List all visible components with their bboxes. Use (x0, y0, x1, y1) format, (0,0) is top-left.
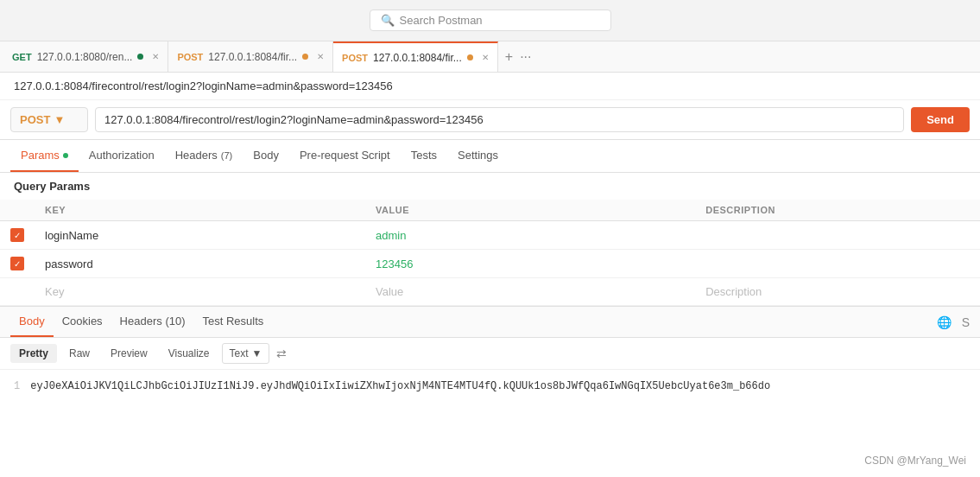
format-preview[interactable]: Preview (102, 344, 156, 363)
table-row-empty: Key Value Description (0, 278, 980, 306)
req-tab-prerequest-label: Pre-request Script (300, 149, 390, 162)
param-checkbox-1[interactable]: ✓ (10, 228, 24, 242)
tab-method-2: POST (177, 52, 203, 62)
format-type-chevron: ▼ (252, 347, 262, 359)
tab-close-2[interactable]: ✕ (317, 52, 324, 61)
query-params-section: Query Params KEY VALUE DESCRIPTION ✓ log… (0, 173, 980, 306)
wrap-icon[interactable]: ⇄ (276, 347, 287, 360)
param-value-1[interactable]: admin (365, 221, 695, 250)
response-content-1: eyJ0eXAiOiJKV1QiLCJhbGciOiJIUzI1NiJ9.eyJ… (30, 380, 770, 392)
tab-bar: GET 127.0.0.1:8080/ren... ✕ POST 127.0.0… (0, 41, 980, 73)
req-tabs: Params Authorization Headers (7) Body Pr… (0, 140, 980, 173)
breadcrumb: 127.0.0.1:8084/firecontrol/rest/login2?l… (0, 73, 980, 100)
send-button[interactable]: Send (911, 107, 970, 132)
add-tab-button[interactable]: + (505, 49, 513, 65)
tab-method-1: GET (12, 52, 32, 62)
key-placeholder: Key (45, 285, 64, 298)
format-raw[interactable]: Raw (60, 344, 98, 363)
param-key-2[interactable]: password (35, 250, 365, 278)
req-tab-params[interactable]: Params (10, 140, 79, 172)
param-desc-1[interactable] (695, 221, 980, 250)
req-tab-prerequest[interactable]: Pre-request Script (289, 140, 401, 172)
col-description: DESCRIPTION (695, 200, 980, 221)
param-checkbox-2[interactable]: ✓ (10, 257, 24, 270)
req-tab-headers[interactable]: Headers (7) (165, 140, 243, 172)
res-tab-headers-label: Headers (120, 315, 162, 328)
empty-desc[interactable]: Description (695, 278, 980, 306)
table-row: ✓ loginName admin (0, 221, 980, 250)
tab-post-2[interactable]: POST 127.0.0.1:8084/fir... ✕ (168, 41, 333, 72)
tab-dot-3 (467, 54, 473, 60)
query-params-header: Query Params (0, 173, 980, 200)
request-bar: POST ▼ Send (0, 100, 980, 140)
url-input[interactable] (95, 107, 904, 132)
method-label: POST (20, 113, 50, 126)
tab-close-3[interactable]: ✕ (482, 53, 489, 62)
res-tabs: Body Cookies Headers (10) Test Results 🌐… (0, 307, 980, 338)
tab-url-2: 127.0.0.1:8084/fir... (208, 51, 297, 63)
tab-method-3: POST (342, 53, 368, 63)
empty-value[interactable]: Value (365, 278, 695, 306)
param-key-1[interactable]: loginName (35, 221, 365, 250)
tab-close-1[interactable]: ✕ (152, 52, 159, 61)
search-placeholder: Search Postman (400, 14, 483, 27)
req-tab-settings-label: Settings (458, 149, 498, 162)
search-box[interactable]: 🔍 Search Postman (370, 10, 611, 31)
tab-url-1: 127.0.0.1:8080/ren... (37, 51, 133, 63)
res-tab-headers-badge: (10) (165, 315, 185, 328)
req-tab-headers-label: Headers (175, 149, 218, 162)
method-select[interactable]: POST ▼ (10, 107, 88, 132)
format-visualize[interactable]: Visualize (160, 344, 218, 363)
line-number-1: 1 (14, 380, 20, 392)
format-type-label: Text (230, 347, 249, 359)
res-action-icon: S (962, 315, 970, 329)
req-tab-auth-label: Authorization (89, 149, 155, 162)
req-tab-headers-badge: (7) (221, 150, 232, 161)
empty-key[interactable]: Key (35, 278, 365, 306)
res-right-actions: 🌐 S (937, 315, 970, 329)
col-value: VALUE (365, 200, 695, 221)
res-tab-test-results[interactable]: Test Results (194, 307, 273, 337)
format-type-select[interactable]: Text ▼ (222, 343, 270, 364)
tab-dot-1 (137, 54, 143, 60)
response-section: Body Cookies Headers (10) Test Results 🌐… (0, 306, 980, 404)
tab-get-1[interactable]: GET 127.0.0.1:8080/ren... ✕ (3, 41, 168, 72)
query-params-label: Query Params (14, 180, 90, 193)
req-tab-settings[interactable]: Settings (447, 140, 509, 172)
tab-post-3[interactable]: POST 127.0.0.1:8084/fir... ✕ (333, 41, 498, 72)
tab-dot-2 (302, 54, 308, 60)
res-tab-cookies-label: Cookies (62, 315, 103, 328)
res-tab-body-label: Body (19, 315, 45, 328)
param-value-2[interactable]: 123456 (365, 250, 695, 278)
format-pretty[interactable]: Pretty (10, 344, 57, 363)
tab-actions: + ··· (498, 49, 539, 65)
param-desc-2[interactable] (695, 250, 980, 278)
table-row: ✓ password 123456 (0, 250, 980, 278)
top-bar: 🔍 Search Postman (0, 0, 980, 41)
response-body: 1eyJ0eXAiOiJKV1QiLCJhbGciOiJIUzI1NiJ9.ey… (0, 370, 980, 404)
req-tab-params-label: Params (21, 149, 60, 162)
more-tabs-button[interactable]: ··· (520, 49, 531, 65)
req-tab-body[interactable]: Body (243, 140, 289, 172)
req-tab-body-label: Body (253, 149, 279, 162)
tab-url-3: 127.0.0.1:8084/fir... (373, 52, 462, 64)
value-placeholder: Value (376, 285, 403, 298)
res-tab-headers[interactable]: Headers (10) (111, 307, 194, 337)
res-tab-cookies[interactable]: Cookies (54, 307, 111, 337)
method-chevron: ▼ (54, 113, 65, 126)
search-icon: 🔍 (381, 14, 395, 27)
req-tab-tests-label: Tests (411, 149, 437, 162)
desc-placeholder: Description (705, 285, 762, 298)
col-key: KEY (35, 200, 365, 221)
globe-icon: 🌐 (937, 315, 952, 329)
breadcrumb-url: 127.0.0.1:8084/firecontrol/rest/login2?l… (14, 80, 393, 92)
params-table: KEY VALUE DESCRIPTION ✓ loginName admin … (0, 200, 980, 306)
params-dot (63, 153, 68, 158)
req-tab-tests[interactable]: Tests (401, 140, 447, 172)
req-tab-authorization[interactable]: Authorization (79, 140, 165, 172)
res-tab-body[interactable]: Body (10, 307, 54, 337)
res-tab-test-results-label: Test Results (203, 315, 264, 328)
format-tabs: Pretty Raw Preview Visualize Text ▼ ⇄ (0, 338, 980, 370)
